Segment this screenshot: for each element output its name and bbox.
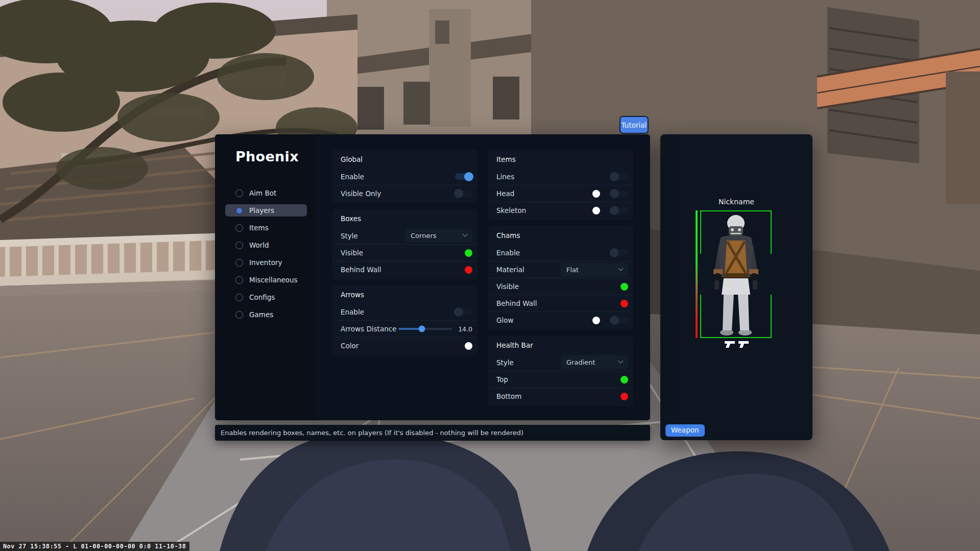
dropdown-value: Flat xyxy=(566,266,579,274)
card-title: Global xyxy=(332,151,477,168)
toggle-switch[interactable] xyxy=(455,190,472,197)
setting-label: Skeleton xyxy=(496,206,526,214)
setting-row-enable: Enable xyxy=(332,168,477,185)
color-swatch[interactable] xyxy=(592,207,600,214)
settings-column-right: ItemsLinesHeadSkeletonChamsEnableMateria… xyxy=(488,150,633,412)
toggle-knob xyxy=(454,189,463,198)
setting-label: Style xyxy=(496,358,514,367)
sidebar-item-inventory[interactable]: Inventory xyxy=(225,256,307,269)
esp-health-bar xyxy=(696,210,698,338)
radio-icon xyxy=(235,189,243,197)
dropdown-select[interactable]: Corners xyxy=(405,229,472,243)
settings-card-health-bar: Health BarStyleGradientTopBottom xyxy=(488,336,633,406)
chevron-down-icon xyxy=(463,232,468,237)
toggle-switch[interactable] xyxy=(611,190,628,197)
setting-row-color: Color xyxy=(332,337,477,354)
toggle-switch[interactable] xyxy=(611,249,628,256)
setting-row-enable: Enable xyxy=(488,244,633,261)
sidebar-item-players[interactable]: Players xyxy=(225,204,307,217)
settings-card-chams: ChamsEnableMaterialFlatVisibleBehind Wal… xyxy=(488,226,633,330)
menu-title: Phoenix xyxy=(235,149,299,164)
color-swatch[interactable] xyxy=(620,283,628,291)
card-title: Health Bar xyxy=(488,337,633,354)
color-swatch[interactable] xyxy=(465,266,472,274)
toggle-knob xyxy=(610,248,619,257)
setting-label: Enable xyxy=(496,249,520,257)
preview-nickname: Nickname xyxy=(660,198,812,206)
setting-row-visible-only: Visible Only xyxy=(332,185,477,202)
weapon-label[interactable]: Weapon xyxy=(665,424,705,437)
setting-label: Behind Wall xyxy=(341,266,381,274)
slider-value: 14.0 xyxy=(455,325,472,333)
sidebar-nav: Aim BotPlayersItemsWorldInventoryMiscell… xyxy=(225,187,307,326)
toggle-switch[interactable] xyxy=(455,308,472,315)
setting-row-material: MaterialFlat xyxy=(488,261,633,278)
weapon-icons xyxy=(660,340,812,349)
sidebar-item-items[interactable]: Items xyxy=(225,222,307,234)
sidebar-item-configs[interactable]: Configs xyxy=(225,291,307,303)
sidebar-item-label: Aim Bot xyxy=(249,189,276,197)
color-swatch[interactable] xyxy=(620,393,628,400)
pistol-icon xyxy=(724,340,736,349)
toggle-switch[interactable] xyxy=(611,173,628,180)
sidebar-item-label: Items xyxy=(249,224,269,232)
sidebar-item-miscellaneous[interactable]: Miscellaneous xyxy=(225,274,307,286)
setting-row-behind-wall: Behind Wall xyxy=(488,295,633,312)
setting-row-arrows-distance: Arrows Distance14.0 xyxy=(332,320,477,337)
color-swatch[interactable] xyxy=(620,376,628,384)
sidebar-item-world[interactable]: World xyxy=(225,239,307,251)
menu-panel: Phoenix Aim BotPlayersItemsWorldInventor… xyxy=(215,134,650,420)
color-swatch[interactable] xyxy=(465,342,472,350)
setting-label: Material xyxy=(496,266,524,274)
card-title: Arrows xyxy=(332,286,477,303)
radio-icon xyxy=(235,242,243,249)
sidebar-item-label: Miscellaneous xyxy=(249,276,298,284)
sidebar-item-games[interactable]: Games xyxy=(225,308,307,321)
toggle-knob xyxy=(610,206,619,215)
settings-card-arrows: ArrowsEnableArrows Distance14.0Color xyxy=(332,285,477,355)
toggle-switch[interactable] xyxy=(455,173,472,180)
card-title: Boxes xyxy=(332,210,477,227)
setting-row-head: Head xyxy=(488,185,633,202)
recording-timestamp: Nov 27 15:38:55 - L 01-00-00-00-00 0:0 1… xyxy=(0,542,189,551)
setting-label: Arrows Distance xyxy=(341,325,396,333)
dropdown-value: Corners xyxy=(411,232,437,239)
toggle-switch[interactable] xyxy=(611,317,628,324)
setting-label: Top xyxy=(496,375,508,384)
toggle-knob xyxy=(610,316,619,325)
radio-icon xyxy=(235,311,243,319)
setting-label: Visible xyxy=(496,282,519,291)
settings-card-global: GlobalEnableVisible Only xyxy=(332,150,477,203)
card-title: Chams xyxy=(488,227,633,244)
color-swatch[interactable] xyxy=(592,190,600,198)
color-swatch[interactable] xyxy=(465,249,472,257)
toggle-switch[interactable] xyxy=(611,207,628,214)
sidebar-item-label: Games xyxy=(249,310,273,319)
setting-label: Behind Wall xyxy=(496,299,537,307)
dropdown-select[interactable]: Gradient xyxy=(561,355,628,369)
setting-row-glow: Glow xyxy=(488,312,633,328)
setting-label: Visible Only xyxy=(341,189,381,198)
sidebar-item-label: Inventory xyxy=(249,258,282,267)
setting-label: Glow xyxy=(496,316,514,324)
sidebar-item-aim-bot[interactable]: Aim Bot xyxy=(225,187,307,199)
slider-track[interactable] xyxy=(398,328,452,330)
esp-preview-panel: Nickname xyxy=(660,134,812,440)
card-title: Items xyxy=(488,151,633,168)
tutorial-button[interactable]: Tutorial xyxy=(619,116,649,134)
color-swatch[interactable] xyxy=(620,300,628,307)
radio-icon xyxy=(235,276,243,284)
game-screen: Nov 27 15:38:55 - L 01-00-00-00-00 0:0 1… xyxy=(0,0,980,551)
slider-thumb[interactable] xyxy=(418,326,425,332)
setting-row-top: Top xyxy=(488,371,633,388)
player-model xyxy=(700,212,772,338)
radio-icon xyxy=(235,224,243,232)
dropdown-select[interactable]: Flat xyxy=(561,263,628,277)
setting-label: Lines xyxy=(496,173,514,181)
setting-label: Enable xyxy=(341,308,364,316)
color-swatch[interactable] xyxy=(592,317,600,324)
chevron-down-icon xyxy=(618,358,624,364)
setting-label: Head xyxy=(496,189,514,198)
sidebar: Phoenix Aim BotPlayersItemsWorldInventor… xyxy=(215,134,317,420)
setting-row-skeleton: Skeleton xyxy=(488,202,633,219)
